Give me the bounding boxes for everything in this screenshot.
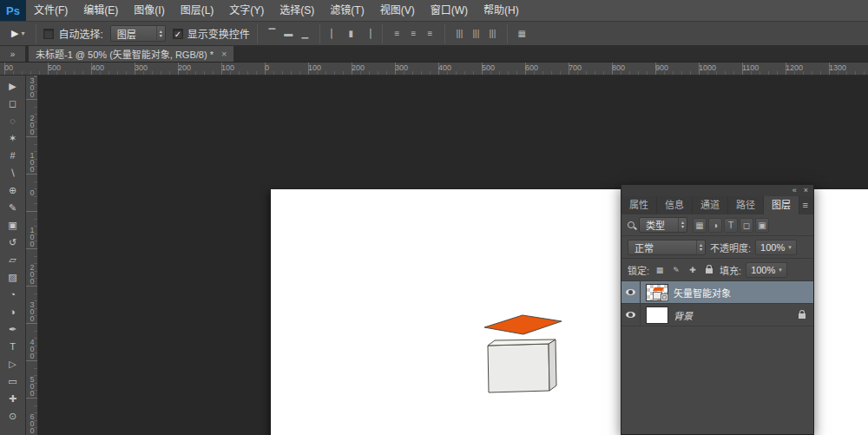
visibility-toggle[interactable] [621,281,641,303]
distribute-left-edges-icon[interactable]: ||| [452,26,467,42]
distribute-vertical-centers-icon[interactable]: ≡ [406,26,421,42]
align-horizontal-group: ▏▮▕ [327,26,375,42]
history-brush-tool[interactable]: ↺ [3,234,23,251]
dodge-tool[interactable]: ◑ [3,303,23,320]
fill-value-dropdown[interactable]: 100% ▾ [746,262,787,278]
options-separator [36,24,36,43]
ruler-label: 600 [28,412,36,433]
pen-tool[interactable]: ✒ [3,320,23,338]
options-separator [444,24,445,43]
hand-tool[interactable]: ✚ [3,390,23,407]
vertical-ruler[interactable]: 3002001000100200300400500600 [26,76,38,435]
ruler-label: 200 [28,114,36,135]
path-selection-tool[interactable]: ▷ [3,355,23,372]
auto-select-checkbox[interactable]: 自动选择: [43,26,102,41]
distribute-bottom-edges-icon[interactable]: ≡ [423,26,437,42]
filter-type-layers-icon[interactable]: T [724,218,738,233]
distribute-horizontal-centers-icon[interactable]: ||| [469,26,483,42]
panel-tab-channels[interactable]: 通道 [693,196,728,214]
opacity-value-dropdown[interactable]: 100% ▾ [755,240,797,255]
chevron-down-icon: ▾ [779,267,782,274]
document-tab[interactable]: 未标题-1 @ 50% (矢量智能对象, RGB/8) * × [29,46,233,62]
filter-pixel-layers-icon[interactable]: ▦ [693,218,707,233]
menu-image[interactable]: 图像(I) [126,0,172,21]
close-tab-icon[interactable]: × [221,49,227,59]
distribute-right-edges-icon[interactable]: ||| [485,26,500,42]
blend-mode-dropdown[interactable]: 正常 ▴▾ [628,240,706,255]
ruler-label: 0 [265,63,269,72]
filter-search-icon[interactable] [628,221,635,228]
panel-menu-icon[interactable]: ≡ [803,200,808,210]
align-top-edges-icon[interactable]: ▔ [265,26,279,42]
document-title: 未标题-1 @ 50% (矢量智能对象, RGB/8) * [36,47,214,61]
move-tool-icon: ▶ [11,28,18,39]
panel-tab-properties[interactable]: 属性 [621,196,657,214]
move-tool[interactable]: ▶ [3,77,23,95]
photoshop-logo: Ps [0,0,26,21]
close-panel-icon[interactable]: × [804,187,808,194]
zoom-tool[interactable]: ⊙ [3,407,23,425]
eyedropper-tool[interactable]: ∖ [3,164,23,181]
horizontal-ruler[interactable]: 0050040030020010001002003004005006007008… [0,63,868,76]
panel-tab-paths[interactable]: 路径 [728,196,764,214]
lock-position-icon[interactable]: ✚ [687,263,699,276]
layer-filter-row: 类型 ▴▾ ▦◑T◻▣ [621,214,813,236]
collapse-tools-panel-icon[interactable]: » [0,46,26,62]
background-lock-icon [799,310,806,320]
spot-healing-brush-tool[interactable]: ⊕ [3,181,23,199]
menu-filter[interactable]: 滤镜(T) [322,0,372,21]
menu-window[interactable]: 窗口(W) [423,0,476,21]
menu-edit[interactable]: 编辑(E) [76,0,126,21]
lock-transparent-pixels-icon[interactable]: ▦ [654,263,666,276]
align-right-edges-icon[interactable]: ▕ [360,26,375,42]
visibility-toggle[interactable] [621,304,641,326]
eraser-tool[interactable]: ▱ [3,251,23,268]
align-bottom-edges-icon[interactable]: ▁ [298,26,312,42]
lock-label: 锁定: [628,263,649,277]
menu-file[interactable]: 文件(F) [26,0,76,21]
lock-image-pixels-icon[interactable]: ✎ [670,263,682,276]
rectangular-marquee-tool[interactable]: ◻ [3,95,23,112]
align-horizontal-centers-icon[interactable]: ▮ [344,26,358,42]
clone-stamp-tool[interactable]: ▣ [3,216,23,234]
layer-thumbnail[interactable] [646,284,668,301]
filter-shape-layers-icon[interactable]: ◻ [740,218,753,233]
distribute-top-edges-icon[interactable]: ≡ [390,26,404,42]
brush-tool[interactable]: ✎ [3,199,23,216]
menu-type[interactable]: 文字(Y) [221,0,272,21]
tool-preset-picker[interactable]: ▶ ▾ [7,26,29,41]
panel-tab-layers[interactable]: 图层 [764,196,799,214]
lasso-tool[interactable]: ◌ [3,112,23,129]
layer-thumbnail[interactable] [646,306,668,324]
quick-selection-tool[interactable]: ✶ [3,129,23,147]
align-left-edges-icon[interactable]: ▏ [327,26,342,42]
menu-help[interactable]: 帮助(H) [476,0,527,21]
lock-all-icon[interactable] [703,263,715,276]
panel-header[interactable]: « × [621,185,813,196]
layer-row-background[interactable]: 背景 [621,304,813,326]
rectangle-tool[interactable]: ▭ [3,372,23,390]
layers-panel-group: « × ≡ 属性信息通道路径图层 类型 ▴▾ ▦◑T◻▣ 正常 ▴▾ 不透明度:… [621,184,814,435]
layer-row-vector-smart-object[interactable]: 矢量智能对象 [621,281,813,304]
menu-view[interactable]: 视图(V) [372,0,423,21]
panel-tabs: ≡ 属性信息通道路径图层 [621,196,813,214]
type-tool[interactable]: T [3,338,23,355]
auto-select-target-dropdown[interactable]: 图层 ▴▾ [110,25,166,42]
menu-select[interactable]: 选择(S) [272,0,322,21]
blur-tool[interactable]: ◔ [3,286,23,303]
collapse-panel-icon[interactable]: « [792,187,797,194]
options-separator [507,24,508,43]
align-vertical-centers-icon[interactable]: ▬ [281,26,296,42]
filter-smart-objects-icon[interactable]: ▣ [755,218,769,233]
menu-layer[interactable]: 图层(L) [173,0,222,21]
dropdown-value: 类型 [646,218,673,232]
panel-tab-info[interactable]: 信息 [657,196,693,214]
show-transform-controls-checkbox[interactable]: ✓ 显示变换控件 [173,26,250,41]
auto-align-layers-icon[interactable]: ▦ [515,26,529,42]
ruler-label: 500 [28,375,36,396]
dropdown-value: 正常 [635,241,691,254]
filter-adjustment-layers-icon[interactable]: ◑ [708,218,722,233]
filter-kind-dropdown[interactable]: 类型 ▴▾ [639,217,687,233]
gradient-tool[interactable]: ▨ [3,268,23,286]
crop-tool[interactable]: # [3,147,23,164]
